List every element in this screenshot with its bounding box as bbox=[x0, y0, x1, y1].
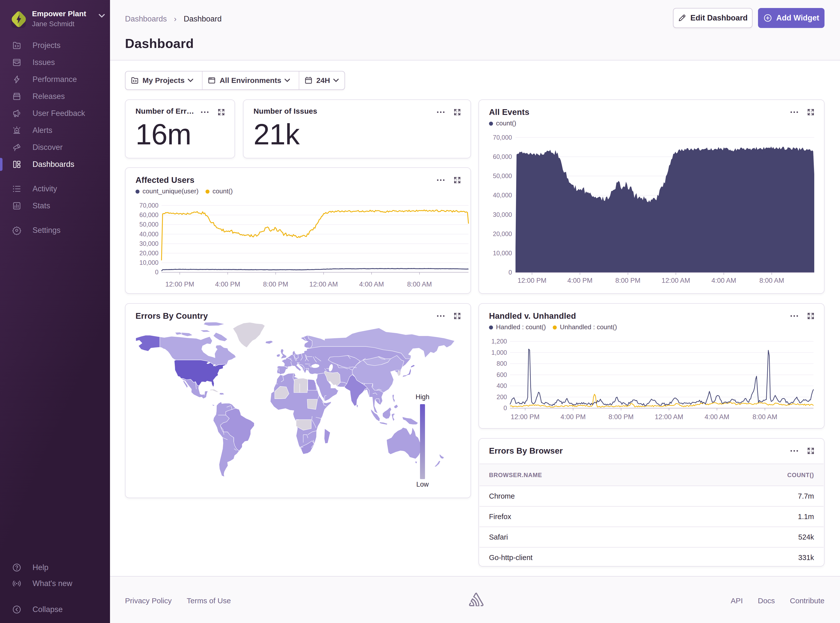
svg-text:60,000: 60,000 bbox=[140, 211, 158, 218]
svg-text:8:00 AM: 8:00 AM bbox=[752, 413, 777, 420]
svg-text:4:00 AM: 4:00 AM bbox=[359, 281, 384, 288]
svg-text:30,000: 30,000 bbox=[493, 211, 512, 218]
svg-text:12:00 PM: 12:00 PM bbox=[511, 413, 540, 420]
svg-text:20,000: 20,000 bbox=[140, 250, 158, 256]
svg-text:4:00 PM: 4:00 PM bbox=[560, 413, 586, 420]
svg-text:800: 800 bbox=[497, 360, 507, 367]
svg-text:70,000: 70,000 bbox=[140, 202, 158, 209]
svg-text:400: 400 bbox=[497, 382, 507, 389]
svg-text:4:00 PM: 4:00 PM bbox=[568, 277, 593, 284]
svg-text:50,000: 50,000 bbox=[493, 172, 512, 180]
svg-text:40,000: 40,000 bbox=[140, 230, 158, 238]
svg-text:8:00 PM: 8:00 PM bbox=[615, 277, 640, 284]
svg-text:50,000: 50,000 bbox=[140, 221, 158, 228]
svg-text:10,000: 10,000 bbox=[140, 259, 158, 266]
svg-text:40,000: 40,000 bbox=[493, 192, 512, 199]
svg-text:High: High bbox=[415, 393, 429, 400]
svg-text:8:00 PM: 8:00 PM bbox=[609, 413, 634, 420]
svg-text:10,000: 10,000 bbox=[493, 250, 512, 256]
svg-text:30,000: 30,000 bbox=[140, 240, 158, 247]
svg-text:1,200: 1,200 bbox=[491, 338, 507, 345]
svg-text:8:00 PM: 8:00 PM bbox=[263, 281, 288, 288]
svg-text:12:00 AM: 12:00 AM bbox=[662, 277, 690, 284]
svg-text:600: 600 bbox=[497, 371, 507, 378]
svg-text:Low: Low bbox=[416, 480, 429, 488]
svg-text:4:00 AM: 4:00 AM bbox=[705, 413, 729, 420]
svg-text:8:00 AM: 8:00 AM bbox=[407, 281, 432, 288]
svg-text:0: 0 bbox=[155, 269, 158, 276]
svg-text:12:00 PM: 12:00 PM bbox=[165, 281, 194, 288]
svg-text:12:00 AM: 12:00 AM bbox=[655, 413, 683, 420]
svg-text:60,000: 60,000 bbox=[493, 153, 512, 160]
svg-text:4:00 PM: 4:00 PM bbox=[215, 281, 240, 288]
svg-text:12:00 PM: 12:00 PM bbox=[517, 277, 546, 284]
svg-text:70,000: 70,000 bbox=[493, 134, 512, 141]
svg-text:0: 0 bbox=[503, 404, 507, 411]
svg-text:0: 0 bbox=[509, 269, 512, 276]
svg-text:4:00 AM: 4:00 AM bbox=[711, 277, 736, 284]
svg-text:12:00 AM: 12:00 AM bbox=[309, 281, 338, 288]
svg-text:1,000: 1,000 bbox=[491, 349, 507, 356]
svg-text:8:00 AM: 8:00 AM bbox=[759, 277, 784, 284]
svg-text:20,000: 20,000 bbox=[493, 230, 512, 237]
svg-text:200: 200 bbox=[497, 393, 507, 400]
